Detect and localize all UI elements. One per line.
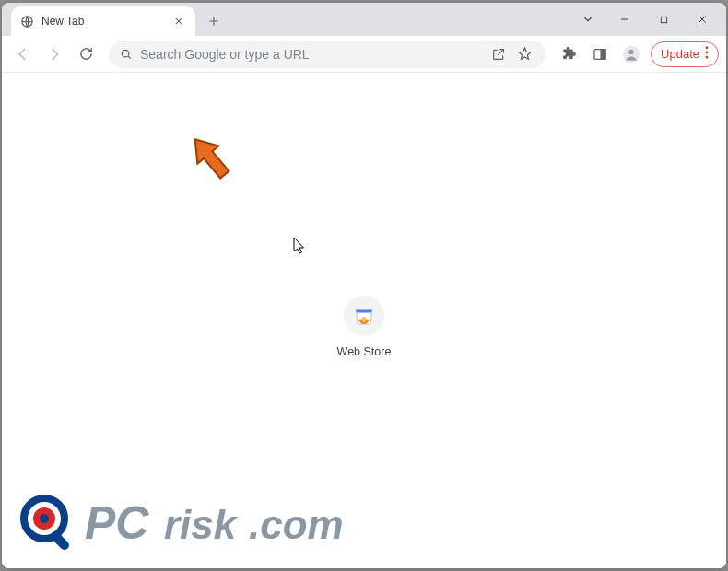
tab-newtab[interactable]: New Tab xyxy=(11,6,195,36)
browser-window: New Tab xyxy=(2,3,726,568)
window-close-button[interactable] xyxy=(684,6,721,33)
svg-point-11 xyxy=(24,498,65,539)
extensions-button[interactable] xyxy=(555,41,582,68)
menu-icon xyxy=(705,46,709,62)
annotation-arrow-icon xyxy=(182,130,240,191)
svg-point-12 xyxy=(33,507,55,530)
toolbar: Update xyxy=(2,36,726,73)
cursor-icon xyxy=(293,237,306,255)
svg-text:.com: .com xyxy=(249,502,344,547)
update-label: Update xyxy=(661,47,699,61)
watermark-text: PC risk .com xyxy=(85,491,472,555)
bookmark-star-icon[interactable] xyxy=(515,44,534,64)
watermark-logo-icon xyxy=(18,493,79,554)
tab-search-button[interactable] xyxy=(571,6,605,33)
svg-rect-4 xyxy=(601,49,605,59)
reload-button[interactable] xyxy=(72,41,100,68)
shortcut-label: Web Store xyxy=(337,345,392,358)
tab-title: New Tab xyxy=(41,15,164,28)
svg-text:PC: PC xyxy=(85,497,149,549)
watermark: PC risk .com xyxy=(18,491,472,555)
svg-point-8 xyxy=(706,52,709,54)
update-button[interactable]: Update xyxy=(651,41,719,67)
share-icon[interactable] xyxy=(489,45,508,64)
sidepanel-button[interactable] xyxy=(586,41,614,68)
shortcut-webstore[interactable]: Web Store xyxy=(313,296,415,358)
svg-rect-1 xyxy=(661,17,666,22)
address-input[interactable] xyxy=(140,47,482,62)
webstore-icon xyxy=(344,296,384,336)
svg-text:risk: risk xyxy=(164,502,239,547)
search-icon xyxy=(120,48,133,61)
minimize-button[interactable] xyxy=(606,6,643,33)
page-content: Web Store xyxy=(2,73,726,568)
svg-point-6 xyxy=(628,49,634,54)
new-tab-button[interactable] xyxy=(201,8,227,34)
forward-button[interactable] xyxy=(41,41,68,68)
svg-point-7 xyxy=(706,46,709,49)
svg-rect-14 xyxy=(49,530,71,552)
window-controls xyxy=(571,3,721,36)
maximize-button[interactable] xyxy=(645,6,682,33)
svg-point-9 xyxy=(706,56,709,59)
close-icon[interactable] xyxy=(171,14,186,29)
svg-point-10 xyxy=(361,317,367,322)
globe-icon xyxy=(20,15,34,29)
tab-strip: New Tab xyxy=(2,3,726,36)
address-bar[interactable] xyxy=(109,41,546,68)
svg-point-2 xyxy=(122,50,129,57)
back-button[interactable] xyxy=(9,41,37,68)
profile-button[interactable] xyxy=(617,41,645,68)
svg-point-13 xyxy=(40,514,49,523)
